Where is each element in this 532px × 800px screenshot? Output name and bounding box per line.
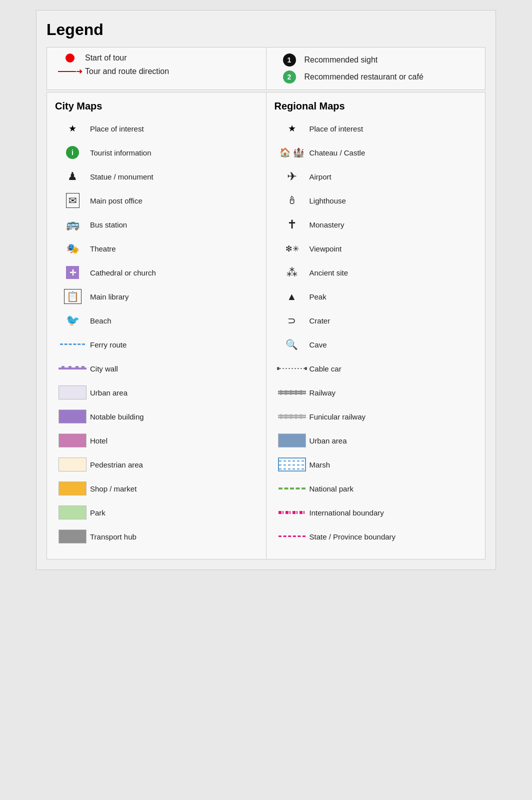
intl-boundary-icon <box>274 511 310 514</box>
regional-maps-column: Regional Maps ★ Place of interest 🏠 🏰 Ch… <box>266 92 486 559</box>
funicular-icon <box>274 413 310 420</box>
marsh-icon <box>274 458 310 472</box>
top-right: 1 Recommended sight 2 Recommended restau… <box>266 48 486 90</box>
beach-icon: 🐦 <box>55 314 90 327</box>
top-left: Start of tour ➜ Tour and route direction <box>47 48 266 90</box>
state-boundary-label: State / Province boundary <box>310 532 478 541</box>
lighthouse-icon: 🕯 <box>274 194 310 207</box>
ferry-route-icon <box>55 344 90 346</box>
chateau-icon: 🏠 🏰 <box>274 147 310 158</box>
state-boundary-row: State / Province boundary <box>274 527 478 546</box>
peak-label: Peak <box>310 292 478 301</box>
library-row: 📋 Main library <box>55 287 258 306</box>
peak-icon: ▲ <box>274 291 310 302</box>
svg-point-7 <box>304 367 307 370</box>
chateau-label: Chateau / Castle <box>310 148 478 157</box>
airport-icon: ✈ <box>274 170 310 184</box>
airport-row: ✈ Airport <box>274 167 478 186</box>
svg-rect-2 <box>68 366 72 369</box>
crater-row: ⊃ Crater <box>274 311 478 330</box>
statue-row: ♟ Statue / monument <box>55 167 258 186</box>
crater-label: Crater <box>310 316 478 325</box>
ancient-site-icon: ⁂ <box>274 266 310 279</box>
tourist-info-label: Tourist information <box>90 148 258 157</box>
theatre-label: Theatre <box>90 244 258 253</box>
state-boundary-icon <box>274 536 310 538</box>
transport-hub-icon <box>55 530 90 544</box>
railway-row: Railway <box>274 383 478 402</box>
marsh-label: Marsh <box>310 460 478 469</box>
statue-icon: ♟ <box>55 170 90 183</box>
theatre-icon: 🎭 <box>55 242 90 254</box>
star-city-icon: ★ <box>55 123 90 134</box>
svg-rect-4 <box>82 366 84 369</box>
recommended-restaurant-label: Recommended restaurant or café <box>304 72 478 82</box>
chateau-row: 🏠 🏰 Chateau / Castle <box>274 143 478 162</box>
park-row: Park <box>55 503 258 522</box>
shop-market-icon <box>55 482 90 496</box>
recommended-restaurant-row: 2 Recommended restaurant or café <box>274 70 478 84</box>
funicular-row: Funicular railway <box>274 407 478 426</box>
bus-station-label: Bus station <box>90 220 258 229</box>
top-section: Start of tour ➜ Tour and route direction… <box>46 47 486 90</box>
star-regional-icon: ★ <box>274 123 310 134</box>
post-office-label: Main post office <box>90 196 258 205</box>
railway-icon <box>274 389 310 396</box>
marsh-row: Marsh <box>274 455 478 474</box>
cave-label: Cave <box>310 340 478 349</box>
num-1-icon: 1 <box>274 54 304 66</box>
railway-label: Railway <box>310 388 478 397</box>
hotel-label: Hotel <box>90 436 258 445</box>
pedestrian-area-icon <box>55 458 90 472</box>
urban-area-regional-row: Urban area <box>274 431 478 450</box>
tour-direction-row: ➜ Tour and route direction <box>55 66 258 76</box>
place-of-interest-city-label: Place of interest <box>90 124 258 133</box>
notable-building-label: Notable building <box>90 412 258 421</box>
cave-row: 🔍 Cave <box>274 335 478 354</box>
start-of-tour-label: Start of tour <box>85 54 258 62</box>
park-icon <box>55 506 90 520</box>
urban-area-regional-label: Urban area <box>310 436 478 445</box>
svg-rect-1 <box>62 366 64 369</box>
start-of-tour-row: Start of tour <box>55 54 258 62</box>
cable-car-label: Cable car <box>310 364 478 373</box>
bus-icon: 🚌 <box>55 218 90 231</box>
urban-area-regional-icon <box>274 434 310 448</box>
bus-station-row: 🚌 Bus station <box>55 215 258 234</box>
post-office-row: ✉ Main post office <box>55 191 258 210</box>
red-dot-icon <box>55 54 85 62</box>
transport-hub-row: Transport hub <box>55 527 258 546</box>
city-maps-column: City Maps ★ Place of interest i Tourist … <box>47 92 266 559</box>
recommended-sight-row: 1 Recommended sight <box>274 54 478 66</box>
crater-icon: ⊃ <box>274 314 310 326</box>
ancient-site-row: ⁂ Ancient site <box>274 263 478 282</box>
peak-row: ▲ Peak <box>274 287 478 306</box>
city-maps-header: City Maps <box>55 100 258 112</box>
pedestrian-area-label: Pedestrian area <box>90 460 258 469</box>
tour-direction-label: Tour and route direction <box>85 67 258 76</box>
hotel-row: Hotel <box>55 431 258 450</box>
ferry-route-row: Ferry route <box>55 335 258 354</box>
red-arrow-icon: ➜ <box>55 66 85 76</box>
pedestrian-area-row: Pedestrian area <box>55 455 258 474</box>
funicular-label: Funicular railway <box>310 412 478 421</box>
hotel-icon <box>55 434 90 448</box>
park-label: Park <box>90 508 258 517</box>
viewpoint-icon: ❇ ✳ <box>274 244 310 254</box>
intl-boundary-label: International boundary <box>310 508 478 517</box>
svg-point-5 <box>277 367 280 370</box>
place-of-interest-regional-row: ★ Place of interest <box>274 119 478 138</box>
place-of-interest-regional-label: Place of interest <box>310 124 478 133</box>
urban-area-icon <box>55 386 90 400</box>
regional-maps-header: Regional Maps <box>274 100 478 112</box>
legend-container: Legend Start of tour ➜ Tour and route di… <box>36 10 496 570</box>
place-of-interest-city-row: ★ Place of interest <box>55 119 258 138</box>
national-park-icon <box>274 488 310 490</box>
ferry-route-label: Ferry route <box>90 340 258 349</box>
cable-car-row: Cable car <box>274 359 478 378</box>
shop-market-label: Shop / market <box>90 484 258 493</box>
svg-rect-3 <box>76 366 78 369</box>
main-body: City Maps ★ Place of interest i Tourist … <box>46 92 486 560</box>
urban-area-row: Urban area <box>55 383 258 402</box>
airport-label: Airport <box>310 172 478 181</box>
